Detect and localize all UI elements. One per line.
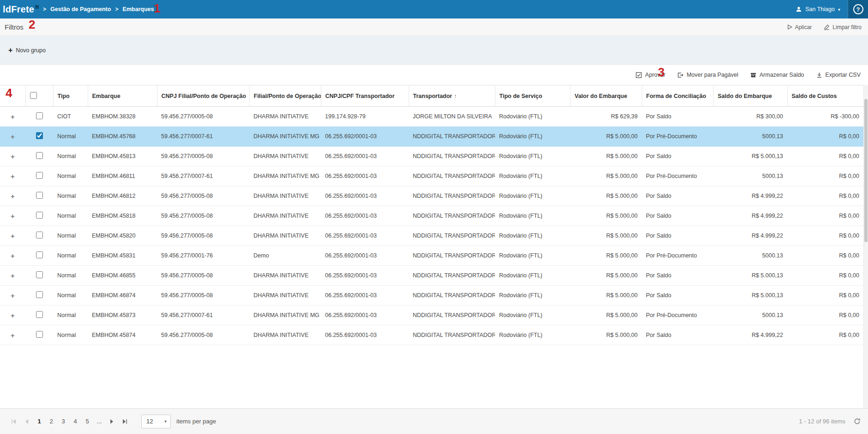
app-logo[interactable]: ldFrete — [3, 4, 39, 14]
pager-ellipsis[interactable]: ... — [93, 415, 105, 428]
expand-cell: + — [0, 186, 25, 206]
export-csv-button[interactable]: Exportar CSV — [816, 72, 861, 78]
refresh-button[interactable] — [854, 418, 861, 425]
checkbox-cell — [25, 325, 53, 345]
expand-row-icon[interactable]: + — [11, 272, 15, 280]
table-row[interactable]: +CIOTEMBHOM.3832859.456.277/0005-08DHARM… — [0, 107, 863, 127]
header-embarque[interactable]: Embarque — [88, 86, 157, 107]
apply-filter-button[interactable]: Aplicar — [787, 24, 812, 31]
store-balance-button[interactable]: Armazenar Saldo — [750, 72, 804, 78]
expand-row-icon[interactable]: + — [11, 331, 15, 339]
cell-embarque: EMBHOM.46811 — [88, 166, 157, 186]
first-page-button[interactable] — [7, 415, 20, 428]
cell-embarque: EMBHOM.45831 — [88, 246, 157, 266]
expand-row-icon[interactable]: + — [11, 133, 15, 141]
cell-forma-conciliacao: Por Saldo — [642, 226, 713, 246]
header-cnpj-transportador[interactable]: CNPJ/CPF Transportador — [321, 86, 409, 107]
table-row[interactable]: +NormalEMBHOM.4581359.456.277/0005-08DHA… — [0, 147, 863, 166]
cell-cnpj-filial: 59.456.277/0005-08 — [157, 286, 249, 306]
row-checkbox[interactable] — [36, 251, 43, 258]
breadcrumb-gestao-de-pagamento[interactable]: Gestão de Pagamento — [50, 6, 111, 12]
next-page-button[interactable] — [105, 415, 118, 428]
download-icon — [816, 72, 822, 78]
expand-row-icon[interactable]: + — [11, 113, 15, 121]
header-tipo[interactable]: Tipo — [53, 86, 88, 107]
pager: 1 2 3 4 5 ... 12 ▾ items per page 1 - 12… — [0, 408, 868, 434]
move-to-payable-button[interactable]: Mover para Pagável — [677, 72, 738, 78]
expand-row-icon[interactable]: + — [11, 172, 15, 180]
page-button-3[interactable]: 3 — [57, 415, 69, 428]
last-page-button[interactable] — [118, 415, 131, 428]
header-cnpj-filial[interactable]: CNPJ Filial/Ponto de Operação — [157, 86, 249, 107]
header-tipo-servico[interactable]: Tipo de Serviço — [495, 86, 570, 107]
table-row[interactable]: +NormalEMBHOM.4576859.456.277/0007-61DHA… — [0, 127, 863, 147]
cell-filial: DHARMA INITIATIVE — [249, 226, 321, 246]
new-group-button[interactable]: + Novo grupo — [8, 47, 46, 54]
row-checkbox[interactable] — [36, 271, 43, 278]
table-row[interactable]: +NormalEMBHOM.4582059.456.277/0005-08DHA… — [0, 226, 863, 246]
prev-page-button[interactable] — [20, 415, 33, 428]
cell-tipo: Normal — [53, 166, 88, 186]
cell-transportador: NDDIGITAL TRANSPORTADORA — [409, 246, 495, 266]
header-transportador[interactable]: Transportador↑ — [409, 86, 495, 107]
row-checkbox[interactable] — [36, 132, 43, 139]
row-checkbox[interactable] — [36, 311, 43, 318]
first-page-icon — [11, 419, 17, 424]
page-button-1[interactable]: 1 — [33, 415, 45, 428]
expand-row-icon[interactable]: + — [11, 192, 15, 200]
page-button-5[interactable]: 5 — [81, 415, 93, 428]
vertical-scrollbar[interactable] — [863, 85, 868, 408]
row-checkbox[interactable] — [36, 152, 43, 159]
help-button[interactable]: ? — [848, 0, 868, 18]
question-icon: ? — [853, 4, 863, 14]
cell-valor-embarque: R$ 5.000,00 — [570, 186, 642, 206]
row-checkbox[interactable] — [36, 331, 43, 338]
cell-forma-conciliacao: Por Pré-Documento — [642, 246, 713, 266]
user-menu[interactable]: San Thiago ▾ — [788, 0, 848, 18]
table-row[interactable]: +NormalEMBHOM.4681259.456.277/0005-08DHA… — [0, 186, 863, 206]
row-checkbox[interactable] — [36, 192, 43, 199]
cell-valor-embarque: R$ 5.000,00 — [570, 325, 642, 345]
table-row[interactable]: +NormalEMBHOM.4587359.456.277/0007-61DHA… — [0, 306, 863, 325]
expand-row-icon[interactable]: + — [11, 312, 15, 319]
scrollbar-thumb[interactable] — [864, 99, 868, 242]
row-checkbox[interactable] — [36, 291, 43, 298]
header-forma-conciliacao[interactable]: Forma de Conciliação — [642, 86, 713, 107]
page-button-4[interactable]: 4 — [69, 415, 81, 428]
row-checkbox[interactable] — [36, 232, 43, 238]
row-checkbox[interactable] — [36, 112, 43, 119]
table-row[interactable]: +NormalEMBHOM.4687459.456.277/0005-08DHA… — [0, 286, 863, 306]
checkbox-check-icon — [636, 72, 642, 78]
cell-saldo-custos: R$ 0,00 — [787, 147, 863, 166]
table-row[interactable]: +NormalEMBHOM.4583159.456.277/0001-76Dem… — [0, 246, 863, 266]
cell-saldo-custos: R$ 0,00 — [787, 286, 863, 306]
expand-cell: + — [0, 226, 25, 246]
cell-tipo: CIOT — [53, 107, 88, 127]
expand-row-icon[interactable]: + — [11, 252, 15, 260]
checkbox-cell — [25, 166, 53, 186]
pager-status: 1 - 12 of 96 items — [799, 418, 845, 425]
header-filial[interactable]: Filial/Ponto de Operação — [249, 86, 321, 107]
row-checkbox[interactable] — [36, 172, 43, 179]
header-valor-embarque[interactable]: Valor do Embarque — [570, 86, 642, 107]
app-header: ldFrete > Gestão de Pagamento > Embarque… — [0, 0, 868, 18]
breadcrumb-embarques[interactable]: Embarques — [122, 6, 154, 12]
cell-tipo-servico: Rodoviário (FTL) — [495, 246, 570, 266]
header-saldo-custos[interactable]: Saldo de Custos — [787, 86, 863, 107]
cell-cnpj-filial: 59.456.277/0007-61 — [157, 166, 249, 186]
select-all-checkbox[interactable] — [30, 92, 37, 99]
expand-row-icon[interactable]: + — [11, 212, 15, 220]
cell-tipo-servico: Rodoviário (FTL) — [495, 286, 570, 306]
table-row[interactable]: +NormalEMBHOM.4587459.456.277/0005-08DHA… — [0, 325, 863, 345]
table-row[interactable]: +NormalEMBHOM.4681159.456.277/0007-61DHA… — [0, 166, 863, 186]
expand-row-icon[interactable]: + — [11, 232, 15, 240]
clear-filter-button[interactable]: Limpar filtro — [824, 24, 862, 31]
row-checkbox[interactable] — [36, 212, 43, 219]
expand-row-icon[interactable]: + — [11, 292, 15, 300]
expand-row-icon[interactable]: + — [11, 153, 15, 160]
table-row[interactable]: +NormalEMBHOM.4685559.456.277/0005-08DHA… — [0, 266, 863, 286]
page-button-2[interactable]: 2 — [45, 415, 57, 428]
header-saldo-embarque[interactable]: Saldo do Embarque — [713, 86, 787, 107]
page-size-dropdown[interactable]: 12 ▾ — [141, 415, 171, 428]
table-row[interactable]: +NormalEMBHOM.4581859.456.277/0005-08DHA… — [0, 206, 863, 226]
